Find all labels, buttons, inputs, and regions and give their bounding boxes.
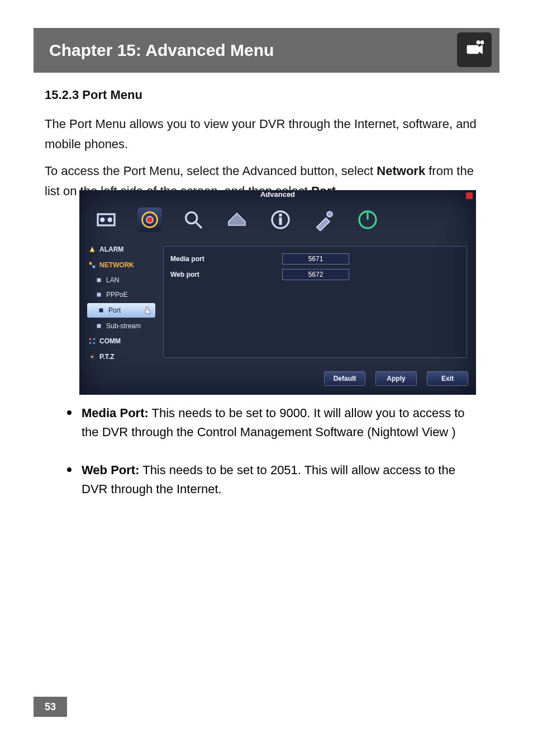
sidebar-label-ptz: P.T.Z <box>99 353 114 361</box>
sidebar-item-substream[interactable]: Sub-stream <box>85 319 158 333</box>
sidebar-label-pppoe: PPPoE <box>106 291 128 299</box>
dvr-window-title: Advanced <box>79 190 476 201</box>
svg-rect-26 <box>93 342 96 344</box>
bullet-icon <box>95 276 103 284</box>
bullet-icon <box>97 306 105 314</box>
web-port-row: Web port 5672 <box>170 268 460 281</box>
close-icon[interactable] <box>466 192 473 199</box>
port-settings-panel: Media port 5671 Web port 5672 <box>163 246 467 358</box>
sidebar-label-alarm: ALARM <box>99 245 123 253</box>
media-port-row: Media port 5671 <box>170 252 460 266</box>
intro-paragraph: The Port Menu allows you to view your DV… <box>45 114 486 154</box>
network-keyword: Network <box>377 164 425 178</box>
sidebar-label-comm: COMM <box>99 337 121 345</box>
sidebar-item-pppoe[interactable]: PPPoE <box>85 287 158 302</box>
svg-rect-16 <box>89 262 92 264</box>
sidebar-label-port: Port <box>108 306 121 314</box>
svg-rect-12 <box>279 214 281 216</box>
search-tab-icon[interactable] <box>181 207 206 232</box>
comm-icon <box>88 337 96 345</box>
bullet-media-port: Media Port: This needs to be set to 9000… <box>67 404 480 442</box>
default-button[interactable]: Default <box>324 371 365 386</box>
svg-point-4 <box>101 218 104 222</box>
svg-line-9 <box>196 223 202 228</box>
header-camera-badge <box>457 32 492 67</box>
page-number: 53 <box>34 697 67 717</box>
svg-rect-17 <box>93 266 95 268</box>
media-port-label: Media port <box>170 255 282 263</box>
svg-rect-22 <box>97 324 101 328</box>
svg-rect-20 <box>97 293 101 297</box>
chapter-title: Chapter 15: Advanced Menu <box>49 41 274 60</box>
section-title-text: Port Menu <box>82 88 142 102</box>
sidebar-item-ptz[interactable]: P.T.Z <box>85 349 158 365</box>
dvr-sidebar: ALARM NETWORK LAN PPPoE Port <box>85 242 158 365</box>
sidebar-item-comm[interactable]: COMM <box>85 333 158 349</box>
sidebar-label-substream: Sub-stream <box>106 322 141 330</box>
ptz-icon <box>88 353 96 361</box>
sidebar-item-port[interactable]: Port <box>87 303 155 318</box>
svg-rect-0 <box>467 45 478 53</box>
bullet-dot-icon <box>67 467 72 472</box>
hdd-tab-icon[interactable] <box>225 207 249 232</box>
bullet-icon <box>95 322 103 330</box>
apply-button[interactable]: Apply <box>375 371 417 386</box>
bullet-dot-icon <box>67 410 72 415</box>
sidebar-label-network: NETWORK <box>99 261 134 269</box>
sidebar-item-alarm[interactable]: ALARM <box>85 242 158 257</box>
bullet-list: Media Port: This needs to be set to 9000… <box>67 404 480 518</box>
sidebar-item-network[interactable]: NETWORK <box>85 257 158 273</box>
bullet-icon <box>95 291 103 299</box>
page: Chapter 15: Advanced Menu 15.2.3 Port Me… <box>0 0 533 756</box>
dvr-top-tabs <box>79 204 476 236</box>
svg-rect-24 <box>93 338 96 341</box>
web-port-input[interactable]: 5672 <box>282 269 349 280</box>
dvr-button-row: Default Apply Exit <box>324 371 468 386</box>
svg-point-13 <box>327 211 332 217</box>
network-icon <box>88 261 96 269</box>
svg-point-8 <box>186 212 197 224</box>
svg-rect-19 <box>97 278 101 282</box>
media-port-input[interactable]: 5671 <box>282 253 349 264</box>
svg-rect-21 <box>99 309 103 313</box>
tools-tab-icon[interactable] <box>312 207 336 232</box>
svg-point-5 <box>108 218 112 222</box>
record-tab-icon[interactable] <box>137 207 162 232</box>
svg-rect-25 <box>89 342 92 344</box>
hand-cursor-icon <box>144 306 152 314</box>
tuner-tab-icon[interactable] <box>94 207 118 232</box>
svg-line-18 <box>92 264 93 266</box>
svg-point-2 <box>480 41 484 44</box>
sidebar-item-lan[interactable]: LAN <box>85 273 158 287</box>
camera-icon <box>465 39 484 60</box>
power-tab-icon[interactable] <box>355 207 380 232</box>
bullet-web-port: Web Port: This needs to be set to 2051. … <box>67 461 480 499</box>
info-tab-icon[interactable] <box>268 207 293 232</box>
exit-button[interactable]: Exit <box>427 371 468 386</box>
bullet-label: Media Port: <box>82 406 149 420</box>
svg-point-1 <box>477 41 480 44</box>
section-number: 15.2.3 <box>45 88 79 102</box>
section-heading: 15.2.3 Port Menu <box>45 85 486 105</box>
alarm-icon <box>88 245 96 253</box>
bullet-label: Web Port: <box>82 463 139 477</box>
dvr-screenshot: Advanced ALARM NETWORK <box>79 190 476 395</box>
chapter-header: Chapter 15: Advanced Menu <box>34 28 499 73</box>
web-port-label: Web port <box>170 271 282 278</box>
sidebar-label-lan: LAN <box>106 276 119 284</box>
body-text: 15.2.3 Port Menu The Port Menu allows yo… <box>45 85 486 208</box>
svg-point-28 <box>91 356 93 358</box>
svg-point-7 <box>146 216 153 223</box>
svg-rect-23 <box>89 338 92 341</box>
svg-rect-11 <box>279 218 281 225</box>
